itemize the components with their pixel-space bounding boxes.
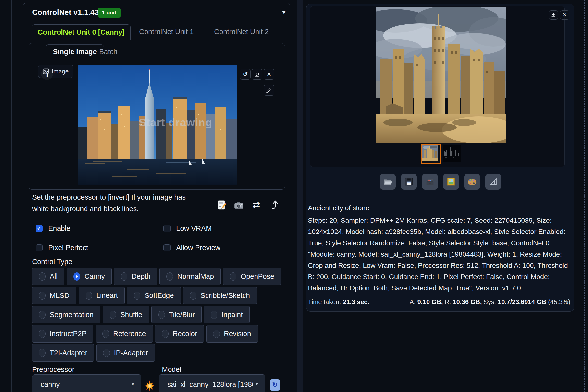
checkbox-unchecked-icon bbox=[164, 225, 170, 232]
close-gallery-button[interactable]: × bbox=[560, 10, 570, 20]
control-type-option-openpose[interactable]: OpenPose bbox=[223, 268, 281, 285]
memory-sys-label: Sys: bbox=[484, 298, 496, 306]
memory-r-label: R: bbox=[445, 298, 451, 306]
output-toolbar bbox=[380, 174, 501, 190]
container-border-line bbox=[8, 0, 8, 392]
triangle-ruler-icon bbox=[489, 178, 497, 186]
accordion-collapse-icon[interactable]: ▼ bbox=[281, 8, 287, 16]
radio-icon bbox=[158, 311, 165, 319]
radio-icon bbox=[121, 272, 128, 280]
control-type-option-depth[interactable]: Depth bbox=[114, 268, 157, 285]
memory-sys-value: 10.7/23.6914 GB bbox=[498, 298, 546, 306]
open-folder-button[interactable] bbox=[380, 174, 396, 190]
refresh-models-button[interactable]: ↻ bbox=[270, 379, 280, 390]
send-dimensions-button[interactable] bbox=[270, 200, 279, 210]
refresh-icon: ↻ bbox=[272, 381, 278, 389]
thumbnail-canny-map[interactable] bbox=[443, 145, 461, 162]
tab-single-image[interactable]: Single Image bbox=[46, 44, 104, 59]
control-type-option-reference[interactable]: Reference bbox=[96, 325, 153, 342]
radio-icon bbox=[39, 349, 46, 357]
thumbnail-canny-edges bbox=[443, 145, 460, 161]
edit-sketch-button[interactable] bbox=[264, 85, 274, 96]
floppy-save-icon bbox=[405, 178, 413, 186]
control-type-option-segmentation[interactable]: Segmentation bbox=[32, 306, 100, 324]
control-type-option-instructp2p[interactable]: InstructP2P bbox=[32, 325, 93, 342]
radio-icon bbox=[102, 330, 109, 338]
pencil-icon bbox=[266, 87, 272, 93]
checkbox-low-vram[interactable]: Low VRAM bbox=[164, 224, 212, 233]
tab-controlnet-unit-2[interactable]: ControlNet Unit 2 bbox=[214, 28, 268, 36]
control-type-option-recolor[interactable]: Recolor bbox=[155, 325, 204, 342]
input-image-canvas[interactable]: Start drawing bbox=[78, 65, 238, 185]
output-panel: × bbox=[306, 4, 574, 312]
tab-controlnet-unit-0[interactable]: ControlNet Unit 0 [Canny] bbox=[32, 24, 130, 40]
folder-icon bbox=[384, 178, 392, 186]
checkbox-allow-preview[interactable]: Allow Preview bbox=[164, 243, 220, 252]
save-image-button[interactable] bbox=[401, 174, 417, 190]
control-type-row-2: MLSD Lineart SoftEdge Scribble/Sketch bbox=[32, 287, 257, 304]
nyc-skyline-photo bbox=[78, 65, 238, 185]
memo-icon bbox=[218, 200, 226, 210]
time-taken-label: Time taken: bbox=[308, 298, 341, 306]
invert-hint-text: Set the preprocessor to [invert] If your… bbox=[32, 192, 194, 214]
send-to-img2img-button[interactable] bbox=[443, 174, 459, 190]
arrow-up-icon bbox=[270, 200, 279, 210]
control-type-option-canny[interactable]: Canny bbox=[67, 268, 112, 285]
chevron-down-icon: ▼ bbox=[129, 382, 141, 386]
control-type-option-scribble[interactable]: Scribble/Sketch bbox=[183, 287, 257, 304]
radio-icon bbox=[213, 330, 220, 338]
checkbox-unchecked-icon bbox=[36, 244, 43, 251]
send-to-extras-button[interactable] bbox=[464, 174, 480, 190]
radio-icon bbox=[39, 292, 46, 300]
control-type-option-inpaint[interactable]: Inpaint bbox=[204, 306, 250, 324]
memory-a-label: A: bbox=[410, 298, 416, 306]
undo-button[interactable]: ↺ bbox=[240, 69, 251, 80]
generated-image[interactable] bbox=[376, 7, 506, 142]
checkbox-pixel-perfect[interactable]: Pixel Perfect bbox=[36, 243, 88, 252]
control-type-option-t2i-adapter[interactable]: T2I-Adapter bbox=[32, 344, 94, 362]
download-image-button[interactable] bbox=[549, 10, 558, 20]
app-root: ControlNet v1.1.430 1 unit ▼ ControlNet … bbox=[0, 0, 588, 392]
control-type-option-normalmap[interactable]: NormalMap bbox=[160, 268, 221, 285]
control-type-option-revision[interactable]: Revision bbox=[206, 325, 258, 342]
preprocessor-dropdown[interactable]: canny ▼ bbox=[32, 374, 141, 392]
scale-ruler-button[interactable] bbox=[485, 174, 501, 190]
radio-icon bbox=[110, 311, 116, 319]
thumbnail-generated-selected[interactable] bbox=[421, 144, 441, 164]
erase-button[interactable] bbox=[252, 69, 262, 80]
radio-icon bbox=[39, 330, 46, 338]
tab-controlnet-unit-1[interactable]: ControlNet Unit 1 bbox=[139, 28, 194, 36]
container-border-line bbox=[14, 0, 14, 392]
close-icon: × bbox=[563, 11, 567, 19]
save-zip-button[interactable] bbox=[422, 174, 438, 190]
control-type-option-tile-blur[interactable]: Tile/Blur bbox=[152, 306, 202, 324]
control-type-row-3: Segmentation Shuffle Tile/Blur Inpaint bbox=[32, 306, 250, 324]
run-preprocessor-button[interactable] bbox=[144, 380, 155, 392]
control-type-option-mlsd[interactable]: MLSD bbox=[32, 287, 76, 304]
radio-icon bbox=[166, 272, 173, 280]
checkbox-enable[interactable]: ✔ Enable bbox=[36, 224, 70, 233]
radio-selected-icon bbox=[74, 272, 80, 280]
camera-icon bbox=[234, 202, 244, 209]
swap-arrows-icon: ⇄ bbox=[252, 200, 260, 210]
webcam-button[interactable] bbox=[234, 202, 244, 209]
control-type-option-lineart[interactable]: Lineart bbox=[79, 287, 125, 304]
memory-a-value: 9.10 GB, bbox=[418, 298, 443, 306]
radio-icon bbox=[190, 292, 196, 300]
check-icon: ✔ bbox=[37, 226, 41, 231]
control-type-row-5: T2I-Adapter IP-Adapter bbox=[32, 344, 155, 362]
control-type-option-ip-adapter[interactable]: IP-Adapter bbox=[96, 344, 155, 362]
radio-icon bbox=[230, 272, 236, 280]
write-preview-button[interactable] bbox=[218, 200, 226, 210]
control-type-option-softedge[interactable]: SoftEdge bbox=[127, 287, 180, 304]
tab-batch[interactable]: Batch bbox=[99, 48, 117, 56]
control-type-option-all[interactable]: All bbox=[32, 268, 64, 285]
panel-divider-dashed-line bbox=[584, 0, 584, 392]
model-dropdown[interactable]: sai_xl_canny_128lora [1980 ▼ bbox=[159, 374, 265, 392]
scrollbar-track[interactable] bbox=[297, 0, 303, 392]
radio-icon bbox=[86, 292, 92, 300]
ancient-city-image bbox=[376, 7, 506, 142]
clear-image-button[interactable]: × bbox=[264, 69, 274, 80]
mirror-webcam-button[interactable]: ⇄ bbox=[252, 200, 260, 210]
control-type-option-shuffle[interactable]: Shuffle bbox=[103, 306, 149, 324]
